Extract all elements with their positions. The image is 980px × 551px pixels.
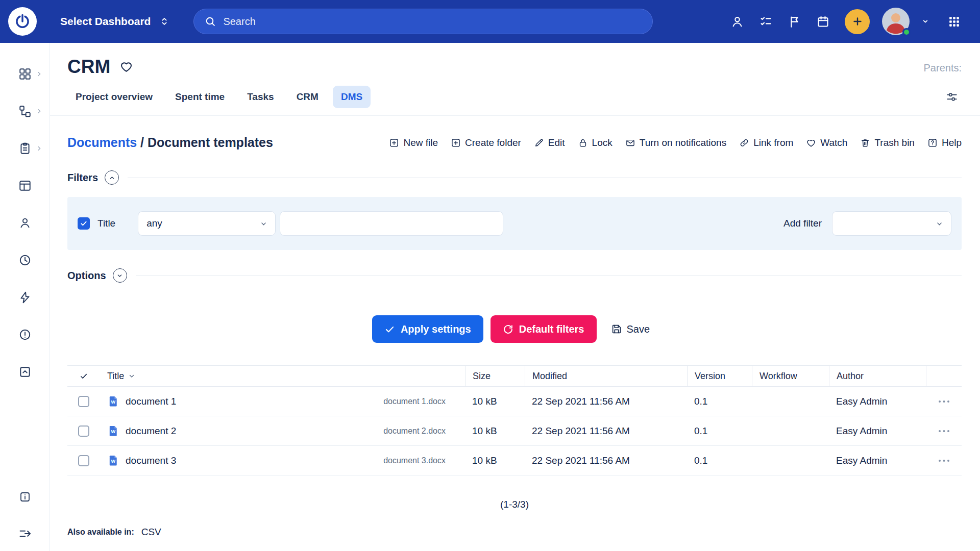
quick-add-button[interactable] — [845, 9, 870, 34]
filters-collapse-button[interactable] — [105, 170, 119, 185]
default-filters-label: Default filters — [519, 323, 584, 335]
cell-author: Easy Admin — [829, 396, 926, 407]
row-more-actions-button[interactable] — [926, 397, 962, 406]
save-button[interactable]: Save — [604, 315, 657, 343]
word-doc-icon: W — [107, 455, 119, 466]
edit-button[interactable]: Edit — [534, 137, 565, 148]
tasks-quick-button[interactable] — [753, 9, 778, 34]
sidebar-item-dashboards[interactable] — [0, 55, 50, 92]
favorite-button[interactable] — [119, 60, 133, 73]
document-title-link[interactable]: document 1 — [126, 396, 176, 407]
header-modified[interactable]: Modified — [525, 366, 687, 386]
avatar-menu-button[interactable] — [913, 9, 938, 34]
title-operator-select[interactable]: any — [138, 211, 276, 236]
row-more-actions-button[interactable] — [926, 457, 962, 465]
check-icon — [79, 371, 88, 381]
sidebar-item-archive[interactable] — [0, 353, 50, 390]
document-filename: document 3.docx — [383, 456, 446, 465]
title-filter-checkbox[interactable] — [78, 217, 90, 230]
heart-icon — [119, 60, 133, 73]
user-avatar[interactable] — [882, 8, 910, 35]
watch-heart-icon — [806, 138, 816, 148]
flag-button[interactable] — [781, 9, 807, 34]
breadcrumb: Documents / Document templates — [67, 135, 273, 150]
header-workflow[interactable]: Workflow — [752, 366, 829, 386]
dashboard-selector-label: Select Dashboard — [60, 15, 151, 28]
cell-size: 10 kB — [465, 425, 525, 437]
tab-dms[interactable]: DMS — [333, 86, 371, 108]
header-workflow-label: Workflow — [760, 371, 797, 382]
notifications-button[interactable]: Turn on notifications — [625, 137, 726, 148]
apply-settings-button[interactable]: Apply settings — [372, 315, 483, 343]
table-row: W document 2 document 2.docx 10 kB 22 Se… — [67, 416, 962, 446]
add-filter-select[interactable] — [832, 211, 951, 236]
sidebar-item-quick-actions[interactable] — [0, 279, 50, 316]
row-checkbox[interactable] — [78, 396, 89, 407]
document-title-link[interactable]: document 2 — [126, 425, 176, 437]
row-checkbox[interactable] — [78, 425, 89, 437]
header-size[interactable]: Size — [465, 366, 525, 386]
search-input[interactable] — [223, 16, 642, 28]
app-logo[interactable] — [8, 7, 37, 36]
calendar-button[interactable] — [810, 9, 836, 34]
divider — [128, 178, 962, 178]
archive-up-icon — [18, 365, 32, 379]
tab-project-overview[interactable]: Project overview — [67, 86, 161, 108]
cell-version: 0.1 — [687, 455, 752, 466]
tab-spent-time[interactable]: Spent time — [167, 86, 233, 108]
header-actions — [926, 366, 962, 386]
calendar-icon — [816, 15, 830, 29]
sidebar-item-alerts[interactable] — [0, 316, 50, 353]
checklist-icon — [759, 15, 773, 29]
sidebar-info-button[interactable] — [0, 491, 50, 503]
topbar: Select Dashboard — [0, 0, 980, 43]
online-status-dot — [902, 28, 911, 36]
link-from-label: Link from — [753, 137, 793, 148]
select-all-header[interactable] — [67, 366, 100, 386]
breadcrumb-documents-link[interactable]: Documents — [67, 135, 137, 149]
title-filter-value-input[interactable] — [280, 211, 503, 236]
row-more-actions-button[interactable] — [926, 427, 962, 435]
apps-grid-button[interactable] — [941, 9, 967, 34]
new-file-button[interactable]: New file — [389, 137, 438, 148]
page-settings-button[interactable] — [945, 90, 959, 104]
link-from-button[interactable]: Link from — [739, 137, 793, 148]
check-icon — [384, 324, 395, 335]
options-expand-button[interactable] — [113, 268, 127, 283]
default-filters-button[interactable]: Default filters — [491, 315, 597, 343]
sidebar-item-projects-tree[interactable] — [0, 92, 50, 130]
also-available-label: Also available in: — [67, 528, 134, 537]
dashboard-selector[interactable]: Select Dashboard — [60, 15, 170, 28]
table-header-row: Title Size Modified Version Workflow Aut… — [67, 365, 962, 387]
create-folder-button[interactable]: Create folder — [451, 137, 521, 148]
header-version[interactable]: Version — [687, 366, 752, 386]
help-button[interactable]: Help — [927, 137, 962, 148]
header-title[interactable]: Title — [100, 366, 465, 386]
lock-icon — [578, 138, 588, 148]
watch-button[interactable]: Watch — [806, 137, 847, 148]
row-checkbox[interactable] — [78, 455, 89, 466]
breadcrumb-current: Document templates — [148, 135, 273, 149]
chevron-down-icon — [116, 272, 124, 280]
save-label: Save — [627, 323, 650, 335]
tab-crm[interactable]: CRM — [288, 86, 327, 108]
document-title-link[interactable]: document 3 — [126, 455, 176, 466]
header-author[interactable]: Author — [829, 366, 926, 386]
sidebar-collapse-button[interactable] — [0, 527, 50, 541]
sidebar-item-users[interactable] — [0, 204, 50, 241]
trash-bin-button[interactable]: Trash bin — [860, 137, 915, 148]
sidebar-item-tasks[interactable] — [0, 130, 50, 167]
new-file-icon — [389, 138, 399, 148]
parents-label: Parents: — [924, 62, 962, 74]
lock-button[interactable]: Lock — [578, 137, 612, 148]
sidebar-item-time[interactable] — [0, 241, 50, 279]
tab-tasks[interactable]: Tasks — [239, 86, 282, 108]
chevron-right-icon — [36, 108, 42, 114]
lock-label: Lock — [592, 137, 612, 148]
trash-bin-label: Trash bin — [874, 137, 915, 148]
profile-button[interactable] — [724, 9, 750, 34]
power-logo-icon — [14, 13, 31, 30]
sidebar-item-boards[interactable] — [0, 167, 50, 204]
csv-export-link[interactable]: CSV — [141, 527, 161, 538]
new-file-label: New file — [403, 137, 438, 148]
